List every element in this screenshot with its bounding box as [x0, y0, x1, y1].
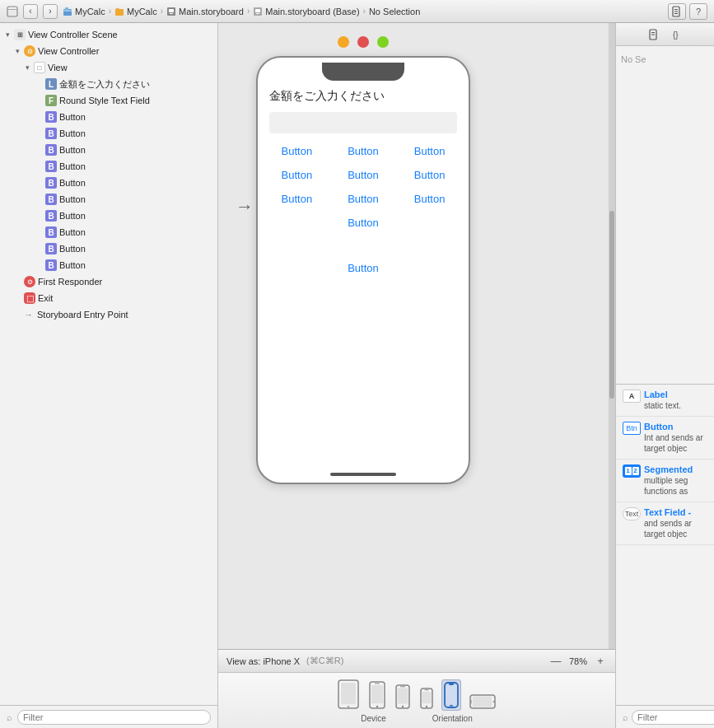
iphone-btn-bottom[interactable]: Button: [348, 262, 379, 274]
svg-rect-6: [170, 13, 173, 14]
svg-text:{}: {}: [673, 30, 679, 40]
sim-btn-red[interactable]: [357, 36, 369, 48]
sim-btn-yellow[interactable]: [338, 36, 349, 48]
tree-item-view[interactable]: ▾ □ View: [0, 59, 217, 76]
tree-label-btn7: Button: [59, 211, 86, 221]
tree-label-btn4: Button: [59, 161, 86, 171]
library-item-button[interactable]: Btn Button Int and sends ar target objec: [616, 417, 714, 460]
canvas-scrollbar[interactable]: [609, 23, 615, 649]
tree-label-label: 金額をご入力ください: [59, 78, 150, 91]
svg-rect-34: [473, 697, 492, 707]
canvas-area: → 金額をご入力ください: [218, 23, 615, 728]
library-filter-input[interactable]: [632, 710, 714, 725]
iphone-content: 金額をご入力ください Button Button Button Button B…: [258, 81, 469, 282]
device-ipad-large[interactable]: [336, 678, 361, 711]
forward-button[interactable]: ›: [43, 4, 58, 19]
bc-sep-3: ›: [247, 7, 250, 16]
library-item-textfield[interactable]: Text Text Field - and sends ar target ob…: [616, 502, 714, 545]
tree-label-btn2: Button: [59, 128, 86, 138]
file-inspector-button[interactable]: [668, 3, 686, 20]
sim-btn-green[interactable]: [377, 36, 389, 48]
right-filter-bar: ⌕: [616, 705, 714, 728]
tree-item-textfield[interactable]: ▾ F Round Style Text Field: [0, 92, 217, 109]
tree-item-scene[interactable]: ▾ ⊞ View Controller Scene: [0, 26, 217, 43]
help-button[interactable]: ?: [689, 3, 707, 20]
iphone-home-indicator: [330, 473, 396, 476]
tree-item-btn-2[interactable]: ▾ B Button: [0, 125, 217, 142]
breadcrumb-group[interactable]: MyCalc: [114, 7, 157, 16]
tree-item-btn-4[interactable]: ▾ B Button: [0, 158, 217, 175]
svg-rect-1: [7, 9, 17, 10]
tree-item-btn-10[interactable]: ▾ B Button: [0, 257, 217, 273]
iphone-btn-10[interactable]: Button: [348, 217, 379, 229]
tree-filter-input[interactable]: [17, 710, 211, 725]
tree-item-btn-1[interactable]: ▾ B Button: [0, 109, 217, 125]
library-list: A Label static text. Btn Button Int and …: [616, 384, 714, 706]
iphone-btn-9[interactable]: Button: [402, 193, 457, 205]
tree-item-first-responder[interactable]: ▾ ⊙ First Responder: [0, 273, 217, 290]
iphone-btn-6[interactable]: Button: [402, 169, 457, 181]
tree-item-btn-7[interactable]: ▾ B Button: [0, 208, 217, 224]
back-button[interactable]: ‹: [23, 4, 38, 19]
tree-item-exit[interactable]: ▾ ⬚ Exit: [0, 290, 217, 306]
btn2-icon: B: [45, 128, 57, 139]
iphone-btn-4[interactable]: Button: [269, 169, 324, 181]
textfield-icon: F: [45, 95, 57, 106]
tree-label-btn8: Button: [59, 227, 86, 237]
library-item-label[interactable]: A Label static text.: [616, 385, 714, 417]
breadcrumb-storyboard[interactable]: Main.storyboard: [166, 7, 244, 16]
left-filter-bar: ⌕: [0, 705, 217, 728]
segmented-lib-icon: 1 2: [623, 464, 641, 478]
tree-item-label[interactable]: ▾ L 金額をご入力ください: [0, 76, 217, 92]
top-bar: ‹ › MyCalc › MyCalc › Main.storyboard › …: [0, 0, 714, 23]
tree-item-btn-6[interactable]: ▾ B Button: [0, 191, 217, 208]
button-single-row: Button: [269, 217, 457, 229]
iphone-btn-7[interactable]: Button: [269, 193, 324, 205]
tree-label-btn1: Button: [59, 112, 86, 122]
zoom-value: 78%: [566, 656, 590, 666]
iphone-main-label: 金額をご入力ください: [269, 89, 457, 104]
iphone-btn-2[interactable]: Button: [336, 145, 391, 157]
btn8-icon: B: [45, 226, 57, 238]
tree-item-vc[interactable]: ▾ ⊙ View Controller: [0, 43, 217, 59]
button-lib-icon: Btn: [623, 422, 641, 435]
tree-item-btn-5[interactable]: ▾ B Button: [0, 175, 217, 191]
bc-sep-4: ›: [363, 7, 366, 16]
iphone-btn-3[interactable]: Button: [402, 145, 457, 157]
entry-point-arrow-icon: →: [236, 196, 254, 217]
tree-item-btn-9[interactable]: ▾ B Button: [0, 240, 217, 257]
canvas-scrollbar-thumb[interactable]: [609, 211, 614, 399]
iphone-btn-8[interactable]: Button: [336, 193, 391, 205]
device-iphone-x[interactable]: [441, 679, 461, 711]
source-inspector-tab[interactable]: {}: [669, 26, 685, 43]
view-icon: □: [34, 62, 45, 73]
tree-label-btn5: Button: [59, 178, 86, 188]
device-iphone-plus[interactable]: [367, 679, 387, 711]
tree-item-btn-3[interactable]: ▾ B Button: [0, 142, 217, 158]
tree-item-entry-point[interactable]: ▾ → Storyboard Entry Point: [0, 306, 217, 323]
zoom-out-button[interactable]: —: [549, 655, 562, 668]
iphone-textfield[interactable]: [269, 112, 457, 133]
tree-label-entry-point: Storyboard Entry Point: [37, 310, 128, 320]
tree-item-btn-8[interactable]: ▾ B Button: [0, 224, 217, 240]
search-icon: ⌕: [7, 712, 12, 722]
device-iphone-regular[interactable]: [394, 683, 412, 711]
breadcrumb-project[interactable]: MyCalc: [63, 7, 105, 16]
device-iphone-se[interactable]: [418, 686, 435, 711]
zoom-in-button[interactable]: +: [594, 655, 607, 668]
svg-rect-2: [63, 9, 72, 16]
btn7-icon: B: [45, 210, 57, 222]
device-iphone-landscape[interactable]: [468, 693, 497, 711]
bc-sep-2: ›: [161, 7, 163, 16]
canvas-scroll[interactable]: → 金額をご入力ください: [218, 23, 615, 649]
breadcrumb-storyboard-base[interactable]: Main.storyboard (Base): [253, 7, 359, 16]
iphone-btn-5[interactable]: Button: [336, 169, 391, 181]
library-item-segmented[interactable]: 1 2 Segmented multiple seg functions as: [616, 460, 714, 502]
svg-rect-24: [400, 686, 405, 687]
svg-rect-32: [450, 705, 453, 707]
left-panel: ▾ ⊞ View Controller Scene ▾ ⊙ View Contr…: [0, 23, 218, 728]
iphone-btn-1[interactable]: Button: [269, 145, 324, 157]
file-inspector-tab[interactable]: [646, 26, 662, 43]
tree-label-textfield: Round Style Text Field: [59, 96, 150, 105]
btn1-icon: B: [45, 111, 57, 123]
